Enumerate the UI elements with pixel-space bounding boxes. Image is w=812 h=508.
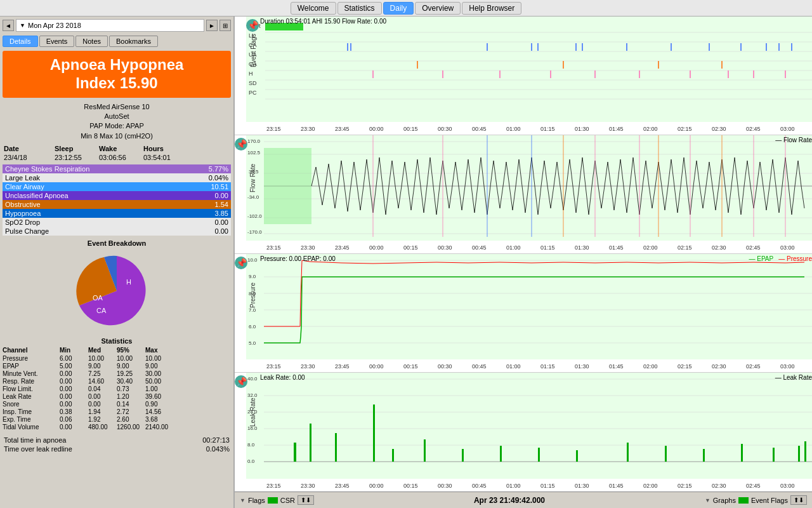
svg-text:01:45: 01:45 bbox=[609, 126, 624, 132]
svg-text:-102.0: -102.0 bbox=[247, 213, 262, 219]
bottom-bar: ▼ Flags CSR ⬆⬇ Apr 23 21:49:42.000 ▼ Gra… bbox=[235, 491, 812, 508]
svg-text:00:45: 00:45 bbox=[472, 363, 487, 370]
svg-text:01:30: 01:30 bbox=[575, 483, 589, 489]
svg-text:01:15: 01:15 bbox=[540, 244, 555, 251]
flags-label-sd: SD bbox=[249, 80, 257, 86]
next-date-button[interactable]: ► bbox=[206, 20, 218, 31]
leakrate-time-axis: 23:15 23:30 23:45 00:00 00:15 00:30 00:4… bbox=[266, 479, 812, 491]
pie-label-ca: CA bbox=[96, 307, 107, 314]
subtab-bookmarks[interactable]: Bookmarks bbox=[109, 36, 158, 47]
tab-welcome[interactable]: Welcome bbox=[291, 2, 336, 15]
svg-text:00:45: 00:45 bbox=[472, 126, 487, 132]
event-clear-airway: Clear Airway10.51 bbox=[3, 182, 231, 191]
prev-date-button[interactable]: ◄ bbox=[3, 20, 14, 31]
event-pulse: Pulse Change0.00 bbox=[3, 227, 231, 236]
leak-bar bbox=[373, 404, 375, 462]
leak-bar bbox=[773, 448, 775, 462]
pie-label-h: H bbox=[126, 278, 131, 286]
tab-statistics[interactable]: Statistics bbox=[337, 2, 382, 15]
svg-text:01:00: 01:00 bbox=[506, 126, 521, 132]
pin-date-button[interactable]: ⊞ bbox=[219, 20, 231, 31]
svg-text:02:45: 02:45 bbox=[746, 244, 761, 251]
svg-text:00:00: 00:00 bbox=[369, 483, 384, 489]
left-panel: ◄ ▼ ► ⊞ Details Events Notes Bookmarks A… bbox=[0, 17, 235, 508]
leak-bar bbox=[804, 441, 806, 462]
svg-text:23:45: 23:45 bbox=[335, 363, 350, 370]
leak-bar bbox=[798, 446, 800, 462]
leak-bar bbox=[335, 433, 337, 462]
event-unclassified: Unclassified Apnoea0.00 bbox=[3, 191, 231, 200]
pressure-time-svg: 23:15 23:30 23:45 00:00 00:15 00:30 00:4… bbox=[266, 359, 812, 372]
ch-row-tidal-volume: Tidal Volume0.00480.001260.002140.00 bbox=[3, 423, 231, 431]
pie-chart: H CA OA bbox=[66, 250, 167, 332]
pie-label-oa: OA bbox=[93, 294, 103, 302]
svg-text:00:00: 00:00 bbox=[369, 363, 384, 370]
csr-color-swatch bbox=[268, 497, 278, 504]
device-info: ResMed AirSense 10 AutoSet PAP Mode: APA… bbox=[0, 100, 233, 144]
svg-text:00:15: 00:15 bbox=[403, 126, 418, 132]
tab-help-browser[interactable]: Help Browser bbox=[462, 2, 521, 15]
stats-data-row: 23/4/18 23:12:55 03:06:56 03:54:01 bbox=[3, 153, 231, 162]
graphs-label: Graphs bbox=[713, 497, 736, 504]
bottom-right: ▼ Graphs Event Flags ⬆⬇ bbox=[705, 495, 807, 505]
pie-container: H CA OA bbox=[3, 250, 231, 332]
svg-text:170.0: 170.0 bbox=[247, 138, 261, 144]
svg-text:102.5: 102.5 bbox=[247, 150, 261, 156]
svg-text:01:45: 01:45 bbox=[609, 244, 624, 251]
svg-text:01:15: 01:15 bbox=[540, 363, 555, 370]
svg-text:02:00: 02:00 bbox=[643, 363, 658, 370]
svg-text:00:30: 00:30 bbox=[438, 126, 452, 132]
ch-row-pressure: Pressure6.0010.0010.0010.00 bbox=[3, 354, 231, 362]
flags-label-pc: PC bbox=[249, 90, 257, 96]
flowrate-time-axis: 23:15 23:30 23:45 00:00 00:15 00:30 00:4… bbox=[266, 241, 812, 253]
flags-dropdown[interactable]: ⬆⬇ bbox=[298, 495, 314, 505]
ahi-box: Apnoea HypopneaIndex 15.90 bbox=[3, 51, 231, 98]
leakrate-chart-area: 40.0 32.0 24.0 16.0 8.0 0.0 Leak Rate bbox=[246, 373, 812, 479]
svg-text:02:15: 02:15 bbox=[678, 126, 692, 132]
svg-text:0.0: 0.0 bbox=[247, 458, 255, 464]
leak-bar bbox=[294, 443, 296, 462]
leak-bar bbox=[665, 446, 667, 462]
flowrate-header: — Flow Rate bbox=[260, 137, 812, 144]
svg-text:00:45: 00:45 bbox=[472, 244, 487, 251]
svg-text:23:30: 23:30 bbox=[301, 244, 315, 251]
ch-row-insp-time: Insp. Time0.381.942.7214.56 bbox=[3, 408, 231, 415]
svg-text:02:15: 02:15 bbox=[678, 483, 692, 489]
leak-bar bbox=[627, 443, 629, 462]
device-name: ResMed AirSense 10 bbox=[2, 102, 232, 112]
subtab-notes[interactable]: Notes bbox=[75, 36, 108, 47]
leakrate-time-svg: 23:15 23:30 23:45 00:00 00:15 00:30 00:4… bbox=[266, 479, 812, 491]
tab-daily[interactable]: Daily bbox=[383, 2, 414, 15]
subtab-events[interactable]: Events bbox=[39, 36, 75, 47]
main-layout: ◄ ▼ ► ⊞ Details Events Notes Bookmarks A… bbox=[0, 17, 812, 508]
svg-text:00:30: 00:30 bbox=[438, 244, 452, 251]
svg-text:03:00: 03:00 bbox=[780, 363, 795, 370]
svg-text:01:30: 01:30 bbox=[575, 363, 589, 370]
svg-text:02:00: 02:00 bbox=[643, 244, 658, 251]
event-large-leak: Large Leak0.04% bbox=[3, 173, 231, 182]
total-leak: Time over leak redline 0.043% bbox=[4, 444, 230, 453]
stats-title: Statistics bbox=[3, 337, 231, 345]
device-mode: AutoSet bbox=[2, 112, 232, 121]
sleep-stats: Date Sleep Wake Hours 23/4/18 23:12:55 0… bbox=[0, 143, 233, 163]
ch-row-leak-rate: Leak Rate0.000.001.2039.60 bbox=[3, 392, 231, 400]
leak-bar bbox=[500, 446, 502, 462]
svg-text:00:30: 00:30 bbox=[438, 363, 452, 370]
channel-stats: Statistics Channel Min Med 95% Max Press… bbox=[0, 335, 233, 433]
subtab-details[interactable]: Details bbox=[3, 36, 38, 47]
svg-text:01:00: 01:00 bbox=[506, 244, 521, 251]
graphs-dropdown[interactable]: ⬆⬇ bbox=[790, 495, 807, 505]
graphs-color-swatch bbox=[738, 497, 749, 504]
svg-text:23:45: 23:45 bbox=[335, 483, 350, 489]
stats-header: Date Sleep Wake Hours bbox=[3, 144, 231, 153]
svg-text:02:45: 02:45 bbox=[746, 126, 761, 132]
date-input[interactable] bbox=[16, 19, 204, 32]
pressure-pin: 📌 bbox=[235, 257, 247, 269]
svg-text:02:15: 02:15 bbox=[678, 363, 692, 370]
svg-text:23:45: 23:45 bbox=[335, 244, 350, 251]
tab-overview[interactable]: Overview bbox=[415, 2, 461, 15]
flowrate-csr-region bbox=[264, 148, 311, 224]
svg-text:01:30: 01:30 bbox=[575, 244, 589, 251]
leak-bar bbox=[741, 444, 743, 462]
svg-text:01:45: 01:45 bbox=[609, 363, 624, 370]
